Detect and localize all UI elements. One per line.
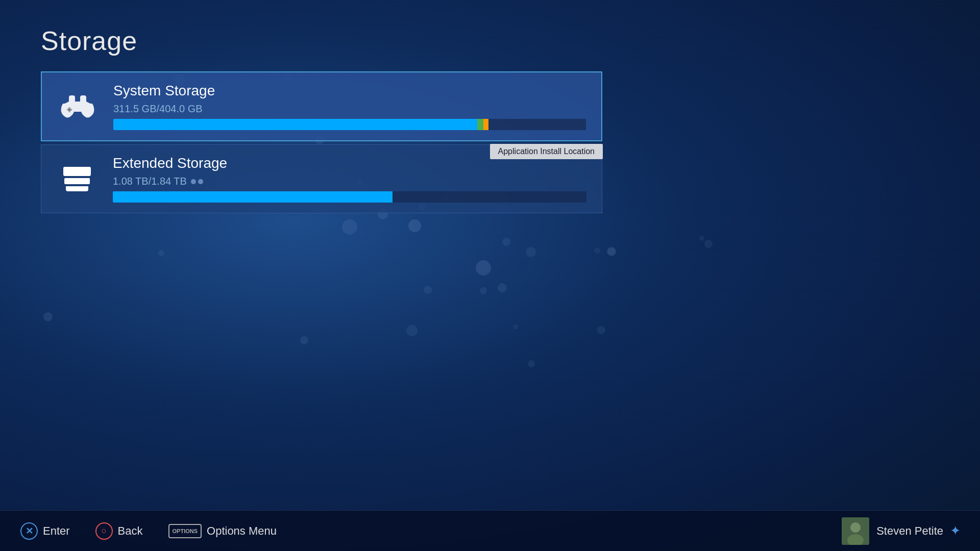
o-button-icon: ○ <box>95 522 113 540</box>
options-action: OPTIONS Options Menu <box>168 524 277 538</box>
extended-storage-bar <box>113 191 586 203</box>
bottom-bar: ✕ Enter ○ Back OPTIONS Options Menu Stev… <box>0 510 980 551</box>
enter-action: ✕ Enter <box>20 522 70 540</box>
user-info: Steven Petite ✦ <box>842 517 960 545</box>
x-button-icon: ✕ <box>20 522 38 540</box>
hdd-icon <box>57 167 97 191</box>
system-storage-size: 311.5 GB/404.0 GB <box>113 103 586 115</box>
extended-storage-info: Extended Storage 1.08 TB/1.84 TB <box>113 155 586 203</box>
size-dot-1 <box>191 179 196 184</box>
options-button-icon: OPTIONS <box>168 524 202 538</box>
storage-list: System Storage 311.5 GB/404.0 GB Applica… <box>41 71 602 213</box>
system-bar-orange <box>483 119 488 130</box>
size-dot-2 <box>198 179 203 184</box>
extended-storage-size: 1.08 TB/1.84 TB <box>113 176 586 187</box>
system-storage-bar <box>113 119 586 130</box>
svg-rect-5 <box>842 517 869 545</box>
options-label: Options Menu <box>207 524 277 538</box>
system-bar-blue <box>113 119 477 130</box>
hdd-body <box>63 167 91 176</box>
main-area: Storage System Storage 311.5 GB/404.0 GB <box>0 0 980 510</box>
system-storage-info: System Storage 311.5 GB/404.0 GB <box>113 83 586 130</box>
hdd-base2 <box>66 186 88 191</box>
ps-plus-icon: ✦ <box>950 524 960 538</box>
size-dots <box>191 179 203 184</box>
system-bar-green <box>477 119 483 130</box>
app-install-badge: Application Install Location <box>490 144 603 159</box>
extended-bar-blue <box>113 191 393 203</box>
storage-item-extended[interactable]: Application Install Location Extended St… <box>41 144 602 213</box>
avatar <box>842 517 869 545</box>
svg-rect-1 <box>68 107 70 112</box>
back-label: Back <box>118 524 143 538</box>
enter-label: Enter <box>43 524 70 538</box>
user-name: Steven Petite <box>876 524 943 538</box>
back-action: ○ Back <box>95 522 143 540</box>
page-content: Storage System Storage 311.5 GB/404.0 GB <box>0 0 980 551</box>
page-title: Storage <box>41 26 939 56</box>
storage-item-system[interactable]: System Storage 311.5 GB/404.0 GB <box>41 71 602 141</box>
system-storage-name: System Storage <box>113 83 586 99</box>
hdd-base <box>64 178 90 184</box>
controller-icon <box>57 93 98 120</box>
